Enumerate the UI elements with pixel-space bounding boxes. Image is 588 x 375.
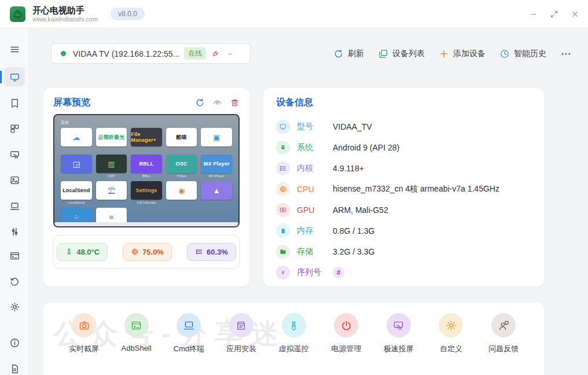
info-row-GPU: GPUARM, Mali-G52 (276, 200, 531, 220)
more-dots-icon[interactable] (560, 48, 572, 60)
tool-power[interactable]: 电源管理 (323, 313, 369, 354)
kernel-icon (276, 161, 290, 175)
sidebar-item-laptop[interactable] (4, 196, 25, 216)
tv-app-tile[interactable]: MX PlayerMX Player (201, 155, 232, 178)
tool-remote[interactable]: 虚拟遥控 (271, 313, 317, 354)
sidebar-item-settings[interactable] (4, 297, 25, 317)
tv-apps-label: 应用 (61, 120, 232, 126)
tv-app-content: ⛱ (108, 186, 115, 195)
tv-app-content: ≡ (109, 213, 114, 222)
tv-app-tile[interactable]: File Manager+ (131, 128, 162, 152)
sidebar-item-about[interactable] (4, 333, 25, 352)
chevron-down-icon[interactable] (226, 50, 234, 58)
action-refresh-button[interactable]: 刷新 (333, 49, 364, 59)
thermometer-icon (65, 248, 73, 256)
info-row-CPU: CPUhisense_m7332_cn 4核 armeabi-v7a 1.45G… (276, 179, 531, 200)
action-plus-button[interactable]: 添加设备 (439, 49, 486, 59)
sidebar-item-layout[interactable] (4, 119, 25, 138)
trash-icon[interactable] (230, 98, 240, 108)
tool-label: 应用安装 (226, 344, 256, 354)
image-icon (9, 175, 20, 186)
tool-label: Cmd终端 (174, 344, 204, 354)
tv-app-tile[interactable]: ◉ (166, 181, 197, 205)
tv-app-tile[interactable]: ☁ (61, 128, 92, 152)
online-dot-icon (61, 51, 66, 56)
tv-app-caption (201, 201, 232, 205)
stat-badge: 60.3% (187, 243, 236, 261)
main-area: VIDAA TV (192.168.1.22:55... 在线 刷新设备列表添加… (29, 28, 588, 375)
sidebar-item-images[interactable] (4, 170, 25, 190)
tv-app-tile[interactable]: BBLLBBLL (131, 155, 162, 178)
tv-app-content: ◉ (178, 186, 185, 195)
tv-app-tile[interactable]: 酷喵 (166, 128, 197, 152)
feedback-icon (491, 313, 516, 337)
info-label: CPU (297, 185, 333, 194)
tv-app-caption: MX Player (201, 174, 232, 178)
menu-icon (9, 44, 20, 55)
tv-app-tile[interactable]: ▥CMT (96, 155, 127, 178)
info-value: 0.8G / 1.3G (333, 226, 374, 236)
tv-app-caption (131, 148, 162, 152)
bottom-toolbar: 公众号-分享迷 实时截屏AdbShellCmd终端应用安装虚拟遥控电源管理极速投… (43, 303, 544, 375)
maximize-icon[interactable] (546, 6, 561, 21)
disconnect-icon[interactable] (211, 49, 220, 58)
sidebar-item-tools[interactable] (4, 222, 25, 241)
tv-app-tile[interactable]: ⛱ (96, 181, 127, 205)
tool-label: 自定义 (440, 344, 462, 354)
tool-shell[interactable]: AdbShell (113, 313, 160, 354)
tv-app-icon: ◲ (61, 155, 92, 173)
cpu-icon (276, 182, 290, 196)
close-icon[interactable] (567, 6, 582, 21)
tv-app-caption (201, 148, 232, 152)
stat-badge: 48.0°C (57, 243, 108, 261)
tv-app-tile[interactable]: 云视听极光 (96, 128, 127, 152)
tv-frame-bottom (54, 222, 238, 226)
devices-icon (378, 49, 388, 59)
tv-app-tile[interactable]: ▲ (201, 181, 232, 205)
hash-icon: # (276, 266, 290, 280)
tv-app-icon: ▥ (96, 155, 127, 173)
tool-screencast[interactable]: 极速投屏 (376, 313, 422, 354)
sidebar-item-terminal[interactable] (4, 246, 25, 266)
book-icon (9, 98, 20, 109)
shell-icon (124, 313, 149, 337)
sidebar (0, 28, 30, 375)
tv-app-tile[interactable]: SettingsLXI Ultimate (131, 181, 162, 205)
action-label: 智能历史 (514, 49, 546, 59)
tv-app-tile[interactable]: LocalSendLocalSend (61, 181, 92, 205)
app-title: 开心电视助手 (32, 5, 98, 15)
action-clock-history-button[interactable]: 智能历史 (499, 49, 546, 59)
minimize-icon[interactable] (525, 6, 541, 21)
action-devices-button[interactable]: 设备列表 (378, 49, 425, 59)
tool-feedback[interactable]: 问题反馈 (480, 313, 527, 354)
tv-screenshot[interactable]: 应用 ☁云视听极光File Manager+酷喵▣◲▥CMTBBLLBBLLOS… (53, 114, 240, 227)
tv-app-tile[interactable]: ▣ (201, 128, 232, 152)
sidebar-item-history[interactable] (4, 271, 25, 291)
tv-app-tile[interactable]: ◲ (61, 155, 92, 178)
history-icon (9, 276, 20, 287)
sidebar-item-logs[interactable] (4, 359, 25, 375)
tool-install[interactable]: 应用安装 (218, 313, 264, 354)
stat-value: 48.0°C (76, 248, 100, 256)
sidebar-item-cast[interactable] (4, 145, 25, 164)
device-selector[interactable]: VIDAA TV (192.168.1.22:55... 在线 (51, 43, 251, 64)
tv-app-icon: 酷喵 (166, 128, 197, 146)
device-bar: VIDAA TV (192.168.1.22:55... 在线 刷新设备列表添加… (51, 43, 572, 64)
tool-custom-gear[interactable]: 自定义 (428, 313, 474, 354)
sidebar-item-apps[interactable] (4, 93, 25, 113)
tool-label: 实时截屏 (69, 344, 99, 354)
sidebar-item-menu[interactable] (4, 39, 25, 59)
info-row-存储: 存储3.2G / 3.3G (276, 241, 531, 262)
tool-camera[interactable]: 实时截屏 (61, 313, 107, 354)
eye-icon[interactable] (212, 98, 222, 108)
tv-app-tile[interactable]: OSCTVbox (166, 155, 197, 178)
stat-value: 75.0% (142, 248, 164, 256)
refresh-icon[interactable] (195, 98, 205, 108)
tv-app-content: ☁ (72, 133, 80, 142)
action-label: 刷新 (348, 49, 364, 59)
serial-value-pill: # (333, 267, 344, 278)
sidebar-item-screen[interactable] (4, 67, 25, 87)
tool-label: AdbShell (122, 344, 152, 352)
tool-laptop[interactable]: Cmd终端 (166, 313, 212, 354)
tv-app-content: ▣ (213, 133, 220, 142)
